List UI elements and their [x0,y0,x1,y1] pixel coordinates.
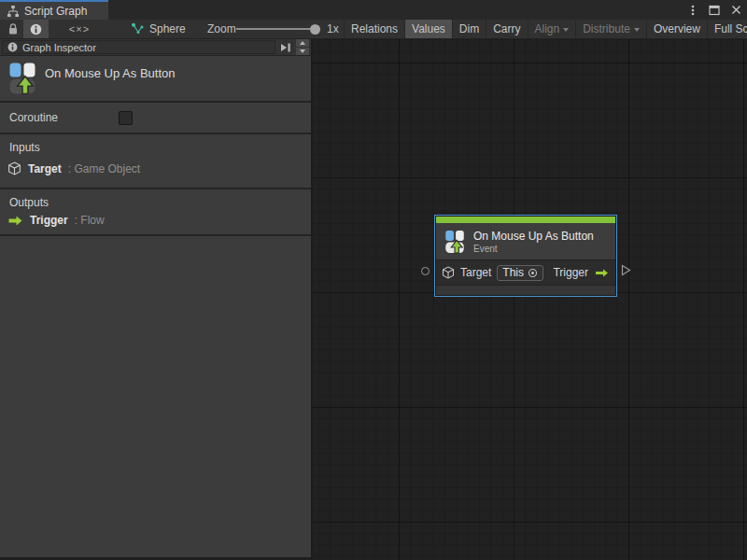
input-row-target: Target : Game Object [7,161,140,175]
inspector-toggle-button[interactable] [23,20,49,38]
inputs-section: Inputs Target : Game Object [0,134,311,189]
edit-code-button[interactable]: <×> [58,20,101,38]
game-object-cube-icon [7,161,21,175]
node-title: On Mouse Up As Button [473,230,594,243]
output-type: : Flow [75,214,105,227]
collapse-right-icon [280,43,291,52]
maximize-icon[interactable] [708,4,721,17]
info-icon [7,42,18,52]
triangle-down-icon [300,49,305,53]
close-icon[interactable] [729,4,742,17]
coroutine-row: Coroutine [0,103,311,134]
zoom-slider-track [236,28,320,30]
output-port-connector[interactable] [621,264,631,276]
chevron-down-icon [563,28,569,32]
window-controls [686,0,742,20]
triangle-up-icon [300,41,305,45]
mouse-up-icon [6,62,39,95]
chevron-down-icon [634,28,640,32]
scroll-down-button[interactable] [296,48,309,55]
info-icon [30,23,42,35]
graph-context[interactable]: Sphere [131,20,186,38]
values-button[interactable]: Values [404,20,452,38]
game-object-cube-icon [442,266,455,279]
target-port-label: Target [460,266,491,279]
object-picker-icon[interactable] [528,268,538,278]
distribute-dropdown[interactable]: Distribute [575,20,646,38]
graph-canvas[interactable]: On Mouse Up As Button Event Target This [313,39,747,560]
graph-toolbar: <×> Sphere Zoom 1x Relations Values Dim … [0,20,747,39]
node-accent-bar [436,217,615,223]
input-type: : Game Object [68,162,140,175]
graph-inspector-label: Graph Inspector [22,42,96,53]
input-name: Target [28,162,62,175]
edit-code-icon: <×> [69,23,90,35]
inputs-header: Inputs [9,141,40,154]
lock-icon [7,22,19,35]
flow-arrow-icon [7,216,23,226]
zoom-value: 1x [327,20,339,38]
node-header[interactable]: On Mouse Up As Button Event [436,223,615,259]
overview-button[interactable]: Overview [646,20,707,38]
flow-arrow-icon [594,268,610,278]
mouse-up-icon [443,230,467,254]
collapse-panel-button[interactable] [278,40,293,54]
graph-hierarchy-icon [7,5,20,18]
event-node[interactable]: On Mouse Up As Button Event Target This [434,215,617,297]
node-ports-row: Target This Trigger [436,259,615,285]
window-title-bar: Script Graph [0,0,747,20]
graph-inspector-header: Graph Inspector [0,39,311,56]
fullscreen-button[interactable]: Full Screen [707,20,747,38]
zoom-slider-handle[interactable] [310,24,320,35]
graph-inspector-panel: Graph Inspector On Mouse Up As Button Co… [0,39,313,560]
node-titles: On Mouse Up As Button Event [473,230,594,254]
output-row-trigger: Trigger : Flow [7,214,105,227]
graph-context-label: Sphere [149,22,186,35]
tab-script-graph[interactable]: Script Graph [0,0,108,20]
target-value: This [502,266,524,279]
coroutine-label: Coroutine [9,111,58,124]
target-port-group: Target This [442,265,543,281]
panel-scroll-spinner [296,39,309,55]
output-name: Trigger [30,214,68,227]
unit-title: On Mouse Up As Button [45,66,175,80]
graph-owner-icon [131,22,144,35]
window-menu-icon[interactable] [686,4,699,17]
carry-button[interactable]: Carry [486,20,527,38]
scroll-up-button[interactable] [296,39,309,47]
dim-button[interactable]: Dim [452,20,486,38]
node-footer [436,285,615,295]
toolbar-buttons: Relations Values Dim Carry Align Distrib… [344,20,747,38]
target-value-field[interactable]: This [497,265,543,281]
align-dropdown[interactable]: Align [528,20,576,38]
outputs-section: Outputs Trigger : Flow [0,189,311,236]
input-port-connector[interactable] [421,267,430,275]
tab-label: Script Graph [24,5,87,18]
unit-title-section: On Mouse Up As Button [0,56,311,103]
coroutine-checkbox[interactable] [119,111,133,125]
zoom-slider[interactable] [236,20,320,38]
lock-button[interactable] [5,20,21,38]
relations-button[interactable]: Relations [344,20,404,38]
outputs-header: Outputs [9,196,49,209]
trigger-port-label: Trigger [553,266,588,279]
trigger-port-group: Trigger [553,266,610,279]
node-subtitle: Event [473,244,594,254]
graph-inspector-title-bar[interactable]: Graph Inspector [2,40,275,54]
zoom-label: Zoom [207,20,236,38]
